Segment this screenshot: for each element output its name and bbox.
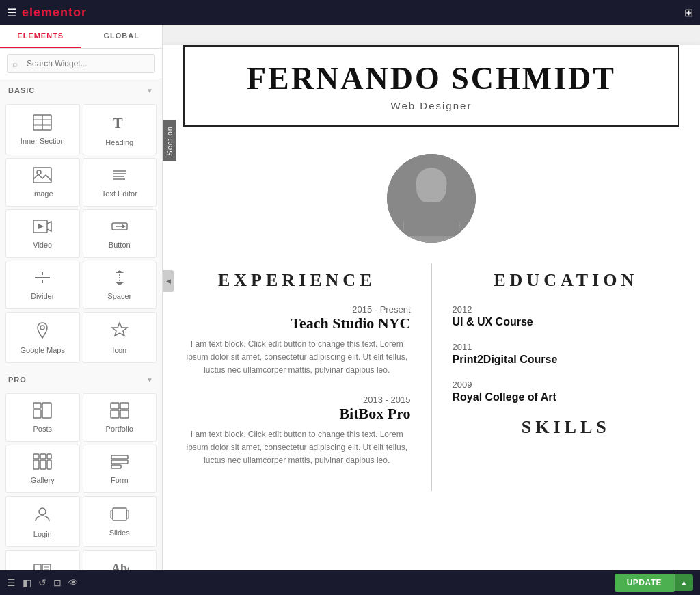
exp-company-2: BitBox Pro [183,405,411,423]
widget-google-maps[interactable]: Google Maps [5,312,80,363]
svg-marker-21 [116,282,124,285]
svg-marker-17 [42,272,43,275]
svg-rect-32 [40,454,46,459]
widget-spacer[interactable]: Spacer [83,261,157,309]
bottom-bar: ☰ ◧ ↺ ⊡ 👁 UPDATE ▲ [0,570,700,595]
skills-title: SKILLS [453,417,680,438]
canvas-area[interactable]: Section ◀ FERNANDO SCHMIDT Web Designer [163,25,700,570]
widget-button[interactable]: Button [83,209,157,258]
portfolio-icon [110,402,129,421]
basic-widgets-grid: Inner Section T Heading [0,101,162,369]
search-bar [0,49,162,79]
widget-slides[interactable]: Slides [83,496,157,547]
widget-form[interactable]: Form [83,445,157,493]
inner-section-icon [33,114,52,133]
exp-desc-2: I am text block. Click edit button to ch… [183,428,411,468]
update-button[interactable]: UPDATE [615,574,674,592]
layers-icon[interactable]: ◧ [23,577,31,588]
elementor-logo: elementor [22,5,87,20]
tab-elements[interactable]: ELEMENTS [0,25,81,48]
pro-section-header[interactable]: PRO ▼ [0,369,162,391]
svg-rect-37 [111,455,128,459]
edu-name-2: Print2Digital Course [453,354,680,366]
svg-rect-39 [111,465,121,468]
svg-marker-15 [122,224,126,228]
bottom-bar-icons: ☰ ◧ ↺ ⊡ 👁 [7,577,78,588]
google-maps-icon [33,321,52,343]
posts-label: Posts [33,425,52,433]
svg-text:Abc: Abc [111,561,129,570]
sidebar-collapse-button[interactable]: ◀ [163,270,174,292]
top-bar-left: ☰ elementor [7,5,87,20]
icon-widget-icon [110,321,129,343]
widget-misc1[interactable] [5,550,80,570]
divider-label: Divider [31,292,54,300]
exp-date-1: 2015 - Present [183,304,411,315]
gallery-icon [33,453,52,473]
resume-columns: EXPERIENCE 2015 - Present Teach Studio N… [163,256,700,498]
spacer-label: Spacer [107,292,131,300]
widget-gallery[interactable]: Gallery [5,445,80,493]
tab-global[interactable]: GLOBAL [81,25,163,48]
basic-section-header[interactable]: BASIC ▼ [0,79,162,101]
svg-point-53 [403,205,460,243]
update-arrow-button[interactable]: ▲ [674,574,693,591]
heading-icon: T [110,113,129,135]
basic-label: BASIC [8,86,35,94]
svg-rect-34 [33,460,39,469]
edu-year-2: 2011 [453,342,680,352]
experience-column: EXPERIENCE 2015 - Present Teach Studio N… [163,263,432,491]
svg-rect-35 [40,460,46,469]
widget-login[interactable]: Login [5,496,80,547]
svg-point-6 [37,170,41,174]
education-column: EDUCATION 2012 UI & UX Course 2011 Print… [432,263,701,491]
exp-desc-1: I am text block. Click edit button to ch… [183,338,411,378]
history-icon[interactable]: ↺ [38,577,46,588]
button-icon [110,218,129,237]
svg-rect-31 [33,454,39,459]
widget-heading[interactable]: T Heading [83,104,157,155]
exp-date-2: 2013 - 2015 [183,395,411,405]
edu-item-2: 2011 Print2Digital Course [453,342,680,366]
spacer-icon [110,269,129,289]
inner-section-label: Inner Section [21,137,65,145]
svg-rect-43 [126,510,129,518]
preview-icon[interactable]: 👁 [68,577,78,588]
widget-icon[interactable]: Icon [83,312,157,363]
svg-marker-12 [38,224,44,229]
svg-rect-5 [33,168,51,183]
portfolio-label: Portfolio [106,425,133,433]
widget-divider[interactable]: Divider [5,261,80,309]
widget-inner-section[interactable]: Inner Section [5,104,80,155]
widget-image[interactable]: Image [5,158,80,207]
widget-portfolio[interactable]: Portfolio [83,393,157,442]
widget-posts[interactable]: Posts [5,393,80,442]
hamburger-icon[interactable]: ☰ [7,6,16,19]
svg-rect-24 [33,403,41,408]
section-label: Section [163,120,176,161]
widget-abc[interactable]: Abc Abc [83,550,157,570]
widget-video[interactable]: Video [5,209,80,258]
edu-item-3: 2009 Royal College of Art [453,380,680,404]
svg-rect-42 [111,510,113,518]
svg-rect-44 [34,564,41,570]
form-label: Form [111,476,129,484]
hamburger-bottom-icon[interactable]: ☰ [7,577,16,588]
edu-year-1: 2012 [453,304,680,315]
widget-text-editor[interactable]: Text Editor [83,158,157,207]
responsive-icon[interactable]: ⊡ [53,577,62,588]
top-bar: ☰ elementor ⊞ [0,0,700,25]
grid-icon[interactable]: ⊞ [684,6,693,19]
experience-item-2: 2013 - 2015 BitBox Pro I am text block. … [183,395,411,468]
resume-photo-section [163,140,700,256]
text-editor-label: Text Editor [102,189,137,198]
svg-rect-27 [111,403,119,409]
update-btn-group: UPDATE ▲ [615,574,693,592]
svg-point-52 [416,172,446,204]
search-input[interactable] [7,54,155,73]
edu-name-1: UI & UX Course [453,316,680,328]
divider-icon [33,269,52,289]
abc-icon: Abc [110,559,129,570]
svg-marker-20 [116,270,124,273]
gallery-label: Gallery [31,476,55,484]
